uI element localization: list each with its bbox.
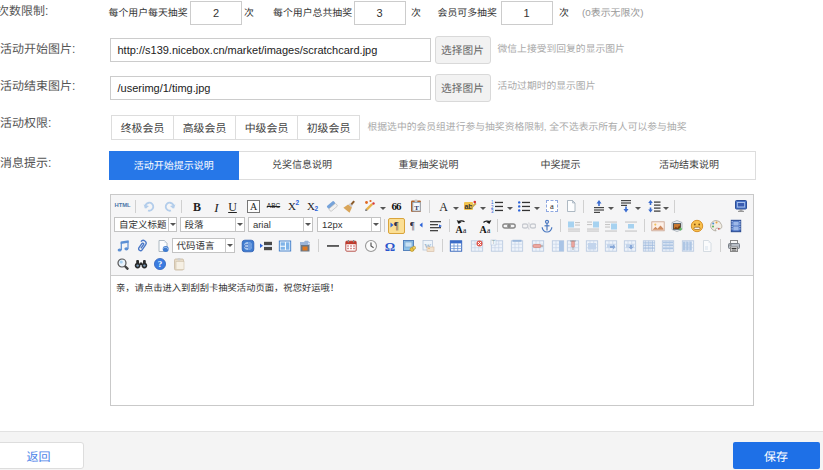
- svg-text:3: 3: [491, 209, 494, 213]
- svg-text:T: T: [415, 204, 420, 212]
- svg-text:a: a: [487, 225, 491, 233]
- svg-text:¶: ¶: [410, 220, 415, 231]
- svg-text:T: T: [492, 239, 495, 245]
- svg-text:a: a: [463, 225, 467, 233]
- svg-text:?: ?: [158, 260, 163, 270]
- svg-text:¶: ¶: [394, 220, 399, 231]
